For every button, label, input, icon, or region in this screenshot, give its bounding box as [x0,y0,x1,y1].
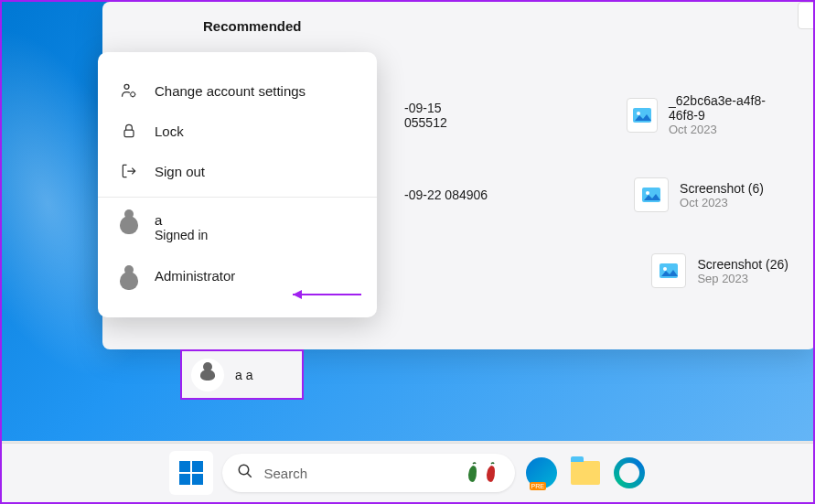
account-name: a [155,212,208,228]
person-icon [120,272,138,290]
file-name: _62bc6a3e-a4f8-46f8-9 [669,93,788,123]
lock-item[interactable]: Lock [98,111,377,151]
user-display-name: a a [235,368,252,382]
recommended-title: Recommended [130,18,788,34]
file-name: Screenshot (6) [680,181,764,196]
file-name: Screenshot (26) [697,257,788,272]
current-user-button[interactable]: a a [180,349,304,400]
folder-icon [571,461,600,485]
copilot-button[interactable] [524,456,559,490]
taskbar-search[interactable]: Search [222,454,515,492]
annotation-arrow [284,285,366,307]
taskbar: Search [2,443,813,502]
windows-logo-icon [179,461,203,485]
copilot-icon [526,457,557,488]
menu-label: Sign out [155,164,205,179]
recommended-item[interactable]: -09-22 084906 [404,177,488,212]
file-name: -09-22 084906 [404,188,488,202]
search-icon [237,463,253,483]
more-button[interactable] [798,2,815,29]
lock-icon [120,122,138,140]
account-name: Administrator [155,268,235,284]
edge-icon [614,457,645,488]
menu-label: Change account settings [155,83,306,99]
start-button[interactable] [169,451,213,495]
recommended-item[interactable]: Screenshot (6)Oct 2023 [634,177,764,212]
recommended-item[interactable]: _62bc6a3e-a4f8-46f8-9Oct 2023 [627,93,788,136]
svg-point-3 [646,191,649,195]
image-file-icon [627,98,658,133]
svg-point-10 [239,465,249,475]
image-file-icon [634,177,669,212]
menu-label: Lock [155,123,184,139]
recommended-item[interactable]: Screenshot (26)Sep 2023 [651,253,788,288]
file-date: Oct 2023 [669,123,788,136]
recommended-item[interactable]: -09-15 055512 [404,93,480,136]
file-date: Sep 2023 [697,272,788,285]
search-highlight-icon [464,462,500,484]
search-placeholder: Search [264,466,453,481]
change-account-settings-item[interactable]: Change account settings [98,70,377,111]
signout-icon [120,162,138,180]
svg-line-11 [247,473,252,477]
svg-point-1 [637,112,640,115]
signout-item[interactable]: Sign out [98,151,377,191]
edge-browser-button[interactable] [612,456,647,490]
account-status: Signed in [155,228,208,242]
svg-point-5 [663,267,667,271]
file-explorer-button[interactable] [568,456,603,490]
avatar-icon [191,359,224,391]
menu-divider [98,197,377,198]
image-file-icon [651,253,686,288]
svg-point-6 [124,84,129,89]
file-date: Oct 2023 [680,196,764,209]
svg-rect-8 [124,130,134,137]
file-name: -09-15 055512 [404,101,480,130]
user-account-menu: Change account settings Lock Sign out a … [98,52,377,317]
person-icon [120,216,138,234]
account-a-item[interactable]: a Signed in [98,203,377,252]
person-gear-icon [120,81,138,100]
